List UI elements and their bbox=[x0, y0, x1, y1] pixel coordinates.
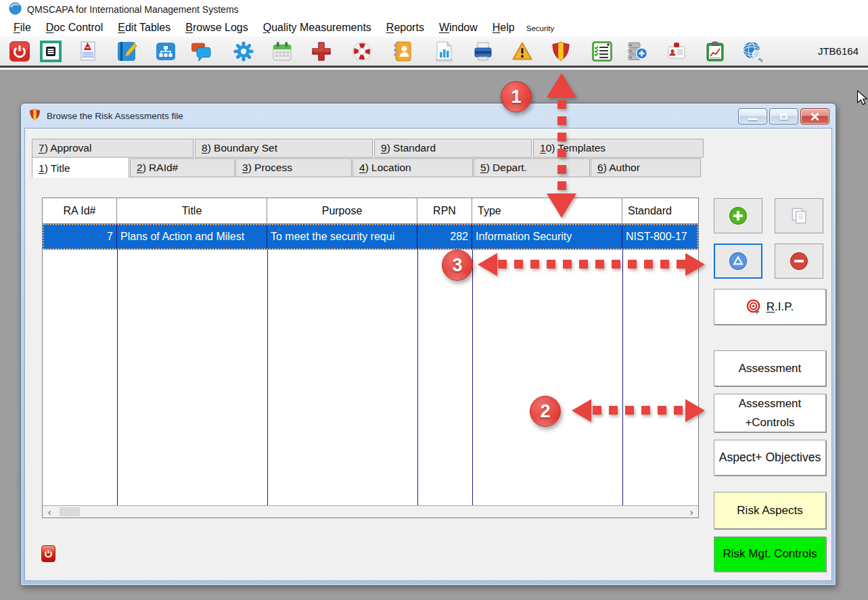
menu-help[interactable]: Help bbox=[485, 22, 522, 34]
contacts-book-icon[interactable] bbox=[391, 40, 414, 63]
column-header-ra-id[interactable]: RA Id# bbox=[43, 198, 117, 223]
menubar: File Doc Control Edit Tables Browse Logs… bbox=[0, 19, 868, 37]
tab-approval[interactable]: 7) Approval bbox=[32, 139, 193, 158]
assessment-controls-button[interactable]: Assessment +Controls bbox=[714, 394, 826, 432]
cell-rpn[interactable]: 282 bbox=[417, 224, 472, 250]
window-title: QMSCAPA for International Management Sys… bbox=[27, 4, 239, 15]
station-id: JTB6164 bbox=[818, 45, 859, 57]
scrollbar-thumb[interactable] bbox=[60, 507, 80, 516]
print-icon[interactable] bbox=[472, 40, 495, 63]
column-divider bbox=[472, 250, 473, 505]
aspect-objectives-button[interactable]: Aspect+ Objectives bbox=[714, 440, 826, 476]
settings-gear-icon[interactable] bbox=[232, 40, 255, 63]
rip-label: R.I.P. bbox=[767, 300, 794, 314]
edit-notes-icon[interactable] bbox=[115, 40, 138, 63]
cell-standard[interactable]: NIST-800-17 bbox=[622, 224, 698, 250]
web-search-icon[interactable] bbox=[741, 40, 764, 63]
column-divider bbox=[417, 250, 418, 505]
column-header-rpn[interactable]: RPN bbox=[417, 198, 472, 223]
scroll-left-icon[interactable]: ‹ bbox=[44, 506, 55, 517]
assessment-button[interactable]: Assessment bbox=[714, 350, 826, 386]
add-icon bbox=[729, 206, 748, 225]
power-icon bbox=[44, 549, 53, 558]
maximize-icon bbox=[780, 114, 787, 120]
maximize-button[interactable] bbox=[769, 108, 798, 124]
risk-aspects-button[interactable]: Risk Aspects bbox=[714, 492, 826, 529]
close-icon bbox=[810, 112, 819, 121]
menu-browse-logs[interactable]: Browse Logs bbox=[178, 22, 256, 34]
calendar-icon[interactable] bbox=[271, 40, 294, 63]
cell-purpose[interactable]: To meet the security requi bbox=[267, 224, 417, 250]
tab-boundary-set[interactable]: 8) Boundary Set bbox=[195, 139, 373, 158]
dialog-exit-button[interactable] bbox=[41, 545, 55, 562]
sitemap-icon[interactable] bbox=[154, 40, 177, 63]
menu-reports[interactable]: Reports bbox=[379, 22, 432, 34]
close-button[interactable] bbox=[800, 108, 829, 124]
scroll-right-icon[interactable]: › bbox=[686, 506, 697, 517]
dialog-title: Browse the Risk Assessments file bbox=[47, 111, 183, 121]
minimize-button[interactable] bbox=[738, 108, 767, 124]
tab-location[interactable]: 4) Location bbox=[352, 158, 473, 177]
help-lifering-icon[interactable] bbox=[350, 40, 373, 63]
security-shield-icon[interactable] bbox=[549, 40, 572, 63]
tab-strip-top: 7) Approval 8) Boundary Set 9) Standard … bbox=[32, 139, 704, 158]
tab-standard[interactable]: 9) Standard bbox=[374, 139, 532, 158]
table-row-selected[interactable]: 7 Plans of Action and Milest To meet the… bbox=[43, 224, 698, 250]
menu-doc-control[interactable]: Doc Control bbox=[39, 22, 110, 34]
column-header-title[interactable]: Title bbox=[117, 198, 267, 223]
tab-process[interactable]: 3) Process bbox=[235, 158, 352, 177]
column-divider bbox=[267, 250, 268, 505]
risk-mgt-controls-button[interactable]: Risk Mgt. Controls bbox=[714, 536, 826, 572]
mouse-cursor bbox=[856, 91, 868, 108]
tab-author[interactable]: 6) Author bbox=[591, 158, 701, 177]
cell-ra-id[interactable]: 7 bbox=[43, 224, 117, 250]
tab-templates[interactable]: 10) Templates bbox=[533, 139, 704, 158]
doc-control-icon[interactable] bbox=[39, 40, 62, 63]
tab-title[interactable]: 1) Title bbox=[32, 157, 129, 178]
copy-icon bbox=[790, 206, 808, 225]
warning-icon[interactable] bbox=[511, 40, 534, 63]
column-header-standard[interactable]: Standard bbox=[622, 198, 698, 223]
cell-type[interactable]: Information Security bbox=[472, 224, 622, 250]
rip-button[interactable]: R.I.P. bbox=[714, 289, 826, 325]
risk-assessments-table: RA Id# Title Purpose RPN Type Standard 7… bbox=[42, 198, 699, 518]
database-add-icon[interactable] bbox=[626, 40, 649, 63]
dialog-titlebar[interactable]: Browse the Risk Assessments file bbox=[21, 103, 836, 128]
id-badge-icon[interactable] bbox=[665, 40, 688, 63]
minimize-icon bbox=[748, 118, 757, 120]
menu-security[interactable]: Security bbox=[522, 23, 559, 32]
dialog-body: 7) Approval 8) Boundary Set 9) Standard … bbox=[24, 128, 832, 581]
tab-depart[interactable]: 5) Depart. bbox=[474, 158, 590, 177]
app-titlebar: QMSCAPA for International Management Sys… bbox=[0, 0, 868, 19]
menu-file[interactable]: File bbox=[6, 22, 39, 34]
tab-raid[interactable]: 2) RAId# bbox=[130, 158, 235, 177]
target-icon bbox=[746, 299, 762, 315]
tab-strip-bottom: 1) Title 2) RAId# 3) Process 4) Location… bbox=[32, 158, 701, 178]
horizontal-scrollbar[interactable]: ‹ › bbox=[43, 505, 698, 517]
exit-icon[interactable] bbox=[8, 40, 31, 63]
browse-risk-assessments-window: Browse the Risk Assessments file 7) Appr… bbox=[20, 103, 836, 586]
chat-icon[interactable] bbox=[189, 40, 212, 63]
table-header-row: RA Id# Title Purpose RPN Type Standard bbox=[43, 198, 698, 224]
window-controls bbox=[738, 108, 829, 124]
column-divider bbox=[622, 250, 623, 505]
report-chart-icon[interactable] bbox=[432, 40, 455, 63]
delete-icon bbox=[790, 252, 808, 271]
menu-window[interactable]: Window bbox=[432, 22, 485, 34]
medical-plus-icon[interactable] bbox=[310, 40, 333, 63]
change-record-button[interactable] bbox=[714, 244, 762, 279]
cell-title[interactable]: Plans of Action and Milest bbox=[117, 224, 267, 250]
audit-chart-icon[interactable] bbox=[704, 40, 727, 63]
column-divider bbox=[117, 250, 118, 505]
change-icon bbox=[729, 252, 748, 271]
column-header-purpose[interactable]: Purpose bbox=[267, 198, 417, 223]
menu-quality-measurements[interactable]: Quality Measurements bbox=[256, 22, 379, 34]
table-empty-area[interactable] bbox=[43, 250, 698, 505]
copy-record-button[interactable] bbox=[775, 198, 823, 233]
menu-edit-tables[interactable]: Edit Tables bbox=[110, 22, 178, 34]
column-header-type[interactable]: Type bbox=[472, 198, 622, 223]
delete-record-button[interactable] bbox=[775, 244, 823, 279]
insert-record-button[interactable] bbox=[714, 198, 762, 233]
checklist-icon[interactable] bbox=[591, 40, 614, 63]
adobe-document-icon[interactable] bbox=[76, 40, 99, 63]
